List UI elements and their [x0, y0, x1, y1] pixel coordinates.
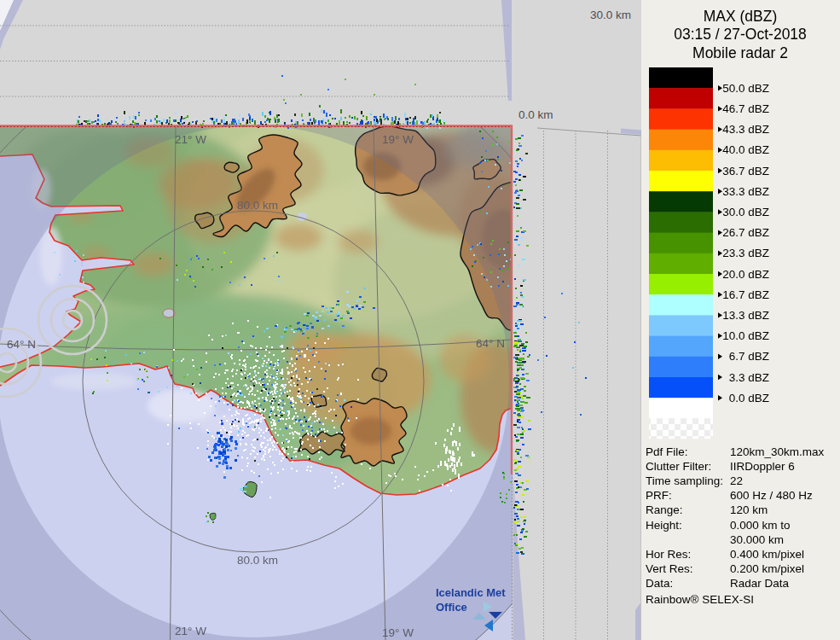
svg-text:IIRDoppler 6: IIRDoppler 6: [730, 460, 795, 473]
svg-text:6.7 dBZ: 6.7 dBZ: [729, 350, 769, 363]
svg-text:16.7 dBZ: 16.7 dBZ: [722, 288, 769, 301]
svg-text:Mobile radar 2: Mobile radar 2: [692, 44, 788, 61]
svg-text:22: 22: [730, 474, 743, 487]
svg-text:Office: Office: [436, 601, 467, 614]
svg-text:19° W: 19° W: [382, 626, 414, 639]
svg-text:03:15 / 27-Oct-2018: 03:15 / 27-Oct-2018: [674, 26, 807, 43]
svg-text:36.7 dBZ: 36.7 dBZ: [722, 165, 769, 177]
svg-text:Range:: Range:: [646, 503, 683, 516]
svg-text:3.3 dBZ: 3.3 dBZ: [729, 371, 769, 384]
svg-text:0.200 km/pixel: 0.200 km/pixel: [730, 562, 804, 575]
svg-text:Hor Res:: Hor Res:: [646, 548, 691, 561]
svg-text:50.0 dBZ: 50.0 dBZ: [722, 82, 769, 95]
svg-text:Radar Data: Radar Data: [730, 577, 790, 590]
svg-text:40.0 dBZ: 40.0 dBZ: [722, 143, 769, 156]
svg-text:43.3 dBZ: 43.3 dBZ: [722, 123, 769, 136]
svg-text:600 Hz / 480 Hz: 600 Hz / 480 Hz: [730, 489, 813, 502]
svg-text:33.3 dBZ: 33.3 dBZ: [722, 185, 769, 198]
svg-text:23.3 dBZ: 23.3 dBZ: [722, 247, 769, 259]
svg-text:0.0 km: 0.0 km: [518, 108, 553, 121]
svg-text:Height:: Height:: [646, 519, 682, 532]
svg-text:64° N: 64° N: [7, 338, 36, 351]
svg-text:Icelandic Met: Icelandic Met: [436, 586, 506, 599]
svg-text:80.0 km: 80.0 km: [237, 554, 278, 567]
svg-text:30.000 km: 30.000 km: [730, 533, 784, 546]
svg-text:MAX (dBZ): MAX (dBZ): [704, 8, 778, 25]
svg-text:21° W: 21° W: [175, 133, 206, 146]
svg-text:Rainbow® SELEX-SI: Rainbow® SELEX-SI: [646, 593, 754, 606]
svg-text:120 km: 120 km: [730, 503, 768, 516]
svg-text:0.0 dBZ: 0.0 dBZ: [729, 392, 769, 404]
svg-text:Clutter Filter:: Clutter Filter:: [646, 460, 711, 473]
svg-text:Data:: Data:: [646, 577, 673, 590]
svg-text:13.3 dBZ: 13.3 dBZ: [722, 309, 769, 322]
svg-text:Vert Res:: Vert Res:: [646, 562, 693, 575]
svg-text:19° W: 19° W: [382, 133, 414, 146]
svg-text:26.7 dBZ: 26.7 dBZ: [722, 226, 769, 239]
svg-text:PRF:: PRF:: [646, 489, 672, 502]
svg-text:80.0 km: 80.0 km: [237, 199, 278, 212]
svg-text:64° N: 64° N: [476, 337, 505, 350]
svg-text:0.400 km/pixel: 0.400 km/pixel: [730, 548, 804, 561]
svg-text:21° W: 21° W: [175, 625, 206, 637]
svg-text:46.7 dBZ: 46.7 dBZ: [722, 102, 769, 115]
svg-text:30.0 dBZ: 30.0 dBZ: [722, 206, 769, 218]
svg-text:10.0 dBZ: 10.0 dBZ: [722, 329, 769, 342]
svg-text:Pdf File:: Pdf File:: [646, 445, 688, 458]
svg-text:30.0 km: 30.0 km: [590, 9, 631, 21]
svg-text:Time sampling:: Time sampling:: [646, 474, 723, 487]
svg-text:20.0 dBZ: 20.0 dBZ: [722, 268, 769, 281]
svg-text:0.000 km to: 0.000 km to: [730, 519, 791, 532]
svg-text:120km_30km.max: 120km_30km.max: [730, 445, 825, 458]
